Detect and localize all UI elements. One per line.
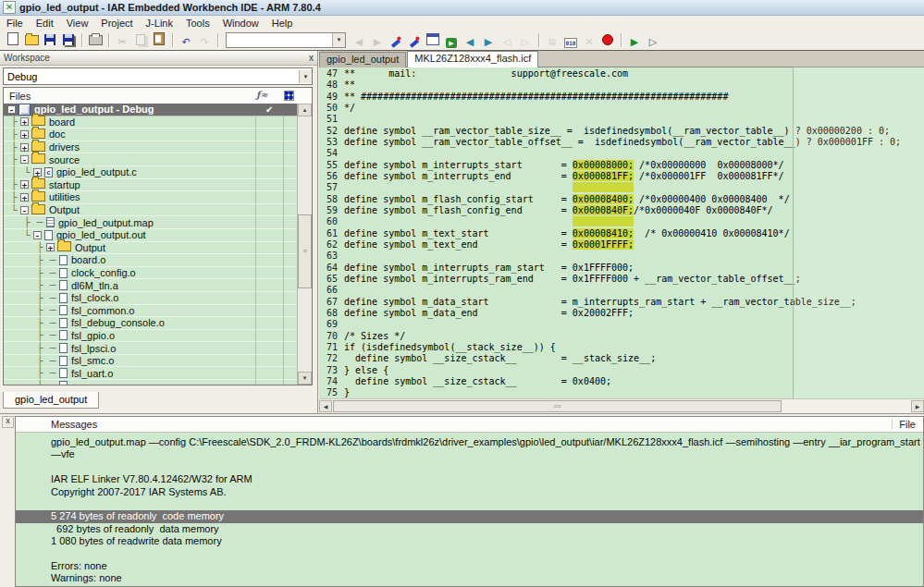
code-line-59[interactable]: 59define symbol m_flash_config_end = 0x0…: [319, 205, 924, 216]
log-row[interactable]: [16, 548, 923, 560]
tree-item-gpio-led-output-c[interactable]: │└+cgpio_led_output.c: [4, 166, 298, 179]
code-line-50[interactable]: 50*/: [319, 103, 924, 114]
quick-search-input[interactable]: [227, 33, 332, 47]
log-row[interactable]: Warnings: none: [16, 572, 923, 584]
menu-help[interactable]: Help: [265, 17, 300, 30]
log-row[interactable]: Errors: none: [16, 560, 923, 572]
code-line-72[interactable]: 72 define symbol __size_cstack__ = __sta…: [319, 353, 924, 364]
code-line-47[interactable]: 47** mail: support@freescale.com: [319, 68, 924, 79]
code-line-64[interactable]: 64define symbol m_interrupts_ram_start =…: [319, 263, 924, 274]
expand-icon[interactable]: +: [20, 117, 29, 126]
code-line-60[interactable]: 60: [319, 216, 924, 227]
menu-project[interactable]: Project: [94, 17, 139, 30]
tree-item-drivers[interactable]: ├+drivers: [4, 141, 298, 154]
expand-icon[interactable]: +: [20, 180, 29, 189]
workspace-tab[interactable]: gpio_led_output: [3, 392, 99, 409]
tree-item-fsl-smc-o[interactable]: ├─fsl_smc.o: [4, 355, 298, 368]
print-button[interactable]: [87, 32, 104, 48]
messages-column-header[interactable]: Messages File: [16, 417, 923, 433]
code-line-51[interactable]: 51: [319, 114, 924, 125]
log-row[interactable]: —vfe: [16, 448, 923, 460]
find-in-files-button[interactable]: [425, 32, 441, 48]
toggle-bookmark-button[interactable]: [388, 32, 404, 48]
quick-search-combobox[interactable]: ▼: [226, 32, 346, 48]
code-line-67[interactable]: 67define symbol m_data_start = m_interru…: [319, 297, 924, 308]
tree-item-fsl-lpsci-o[interactable]: ├─fsl_lpsci.o: [4, 342, 298, 355]
previous-statement-button[interactable]: ◀: [462, 32, 478, 48]
download-and-debug-button[interactable]: ▶: [626, 32, 643, 48]
chevron-down-icon[interactable]: ▼: [332, 33, 345, 47]
tree-item-gpio-led-output-out[interactable]: └-gpio_led_output.out: [4, 229, 298, 242]
scroll-right-icon[interactable]: ▶: [911, 400, 924, 412]
log-row[interactable]: gpio_led_output.map —config C:\Freescale…: [16, 436, 923, 448]
tree-item-fsl-uart-o[interactable]: ├─fsl_uart.o: [4, 367, 298, 380]
code-line-69[interactable]: 69: [319, 319, 924, 330]
expand-icon[interactable]: +: [20, 130, 29, 139]
code-line-57[interactable]: 57: [319, 182, 924, 193]
collapse-icon[interactable]: -: [33, 231, 42, 239]
code-line-63[interactable]: 63: [319, 251, 924, 262]
tree-item-output[interactable]: ├+Output: [4, 242, 298, 255]
next-bookmark-button[interactable]: [406, 32, 423, 48]
tree-item-blank[interactable]: ├─: [4, 380, 298, 385]
code-line-56[interactable]: 56define symbol m_interrupts_end = 0x000…: [319, 171, 924, 182]
editor-tab-mkl26z128xxx4-flash-icf[interactable]: MKL26Z128xxx4_flash.icf: [407, 51, 538, 67]
code-line-71[interactable]: 71if (isdefinedsymbol(__stack_size__)) {: [319, 342, 924, 353]
expand-icon[interactable]: +: [46, 243, 55, 251]
code-line-65[interactable]: 65define symbol m_interrupts_ram_end = 0…: [319, 274, 924, 285]
tree-item-board[interactable]: ├+board: [4, 116, 298, 129]
toggle-breakpoint-button[interactable]: [599, 32, 616, 48]
tree-item-board-o[interactable]: ├─board.o: [4, 254, 298, 267]
tree-item-gpio-led-output-debug[interactable]: -gpio_led_output - Debug✔: [4, 104, 298, 116]
tree-item-output[interactable]: └-Output: [4, 204, 298, 217]
tree-item-fsl-clock-o[interactable]: ├─fsl_clock.o: [4, 292, 298, 305]
close-icon[interactable]: x: [2, 416, 14, 428]
scroll-up-icon[interactable]: ▲: [298, 104, 312, 116]
code-line-74[interactable]: 74 define symbol __size_cstack__ = 0x040…: [319, 376, 924, 387]
collapse-icon[interactable]: -: [20, 206, 29, 214]
save-button[interactable]: [42, 32, 58, 48]
code-line-73[interactable]: 73} else {: [319, 365, 924, 376]
code-line-54[interactable]: 54: [319, 148, 924, 159]
collapse-icon[interactable]: -: [20, 155, 29, 164]
menu-view[interactable]: View: [60, 17, 95, 30]
editor-tab-gpio-led-output[interactable]: gpio_led_output: [319, 52, 406, 67]
code-line-53[interactable]: 53define symbol __ram_vector_table_offse…: [319, 137, 924, 148]
collapse-icon[interactable]: -: [7, 105, 16, 114]
tree-item-dl6m-tln-a[interactable]: ├─dl6M_tln.a: [4, 279, 298, 292]
scroll-left-icon[interactable]: ◀: [319, 400, 332, 412]
debug-without-downloading-button[interactable]: ▷: [645, 32, 661, 48]
log-row[interactable]: [16, 498, 923, 510]
scrollbar-thumb[interactable]: ≡≡: [333, 400, 782, 412]
go-to-button[interactable]: ▶: [443, 32, 460, 48]
editor-horizontal-scrollbar[interactable]: ◀ ≡≡ ▶: [319, 398, 924, 413]
code-line-66[interactable]: 66: [319, 285, 924, 296]
configuration-dropdown[interactable]: Debug ▼: [3, 67, 313, 85]
menu-j-link[interactable]: J-Link: [140, 17, 179, 30]
new-document-button[interactable]: [5, 32, 21, 48]
paste-button[interactable]: [151, 32, 167, 48]
scrollbar-thumb[interactable]: ≡: [298, 214, 312, 288]
tree-vertical-scrollbar[interactable]: ▲ ≡ ▼: [297, 104, 312, 385]
code-line-62[interactable]: 62define symbol m_text_end = 0x0001FFFF;: [319, 239, 924, 251]
code-line-49[interactable]: 49** ###################################…: [319, 92, 924, 103]
code-line-68[interactable]: 68define symbol m_data_end = 0x20002FFF;: [319, 308, 924, 319]
log-row[interactable]: [16, 461, 923, 473]
tree-item-fsl-debug-console-o[interactable]: ├─fsl_debug_console.o: [4, 317, 298, 330]
log-row[interactable]: 5 274 bytes of readonly code memory: [16, 510, 923, 522]
tree-item-clock-config-o[interactable]: ├─clock_config.o: [4, 267, 298, 280]
log-row[interactable]: 692 bytes of readonly data memory: [16, 523, 923, 535]
code-line-58[interactable]: 58define symbol m_flash_config_start = 0…: [319, 194, 924, 205]
code-line-70[interactable]: 70/* Sizes */: [319, 331, 924, 342]
open-file-button[interactable]: [23, 32, 40, 48]
log-row[interactable]: IAR ELF Linker V7.80.4.12462/W32 for ARM: [16, 473, 923, 485]
scroll-down-icon[interactable]: ▼: [298, 372, 312, 385]
undo-button[interactable]: ↶: [178, 32, 194, 48]
tree-item-doc[interactable]: ├+doc: [4, 128, 298, 141]
tree-item-utilities[interactable]: ├+utilities: [4, 191, 298, 204]
menu-window[interactable]: Window: [216, 17, 265, 30]
code-line-48[interactable]: 48**: [319, 79, 924, 91]
tree-item-source[interactable]: ├-source: [4, 153, 298, 166]
tree-item-gpio-led-output-map[interactable]: ├─gpio_led_output.map: [4, 216, 298, 229]
log-row[interactable]: Copyright 2007-2017 IAR Systems AB.: [16, 486, 923, 498]
